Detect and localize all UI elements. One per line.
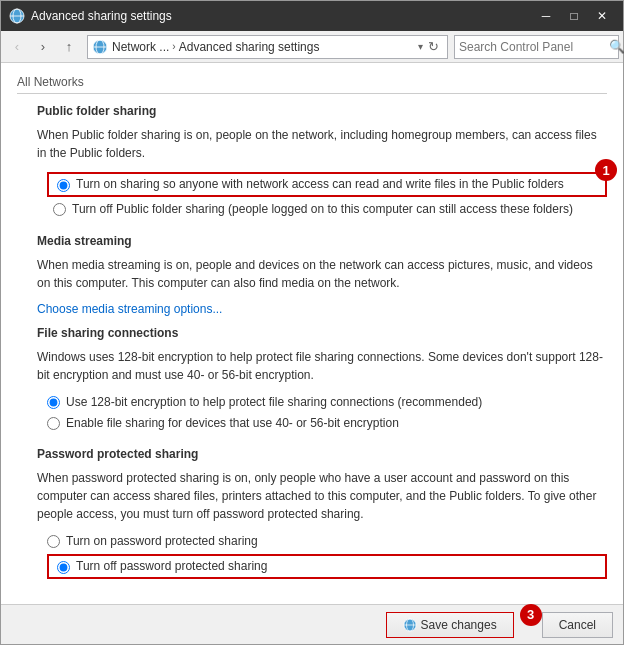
footer-bar: Save changes 3 Cancel: [1, 604, 623, 644]
public-folder-title: Public folder sharing: [37, 104, 607, 118]
all-networks-header: All Networks: [17, 75, 607, 94]
file-sharing-radio1[interactable]: [47, 396, 60, 409]
search-box: 🔍: [454, 35, 619, 59]
public-folder-description: When Public folder sharing is on, people…: [37, 126, 607, 162]
file-sharing-title: File sharing connections: [37, 326, 607, 340]
refresh-button[interactable]: ↻: [423, 37, 443, 57]
password-sharing-radio2[interactable]: [57, 561, 70, 574]
address-current: Advanced sharing settings: [179, 40, 320, 54]
back-button[interactable]: ‹: [5, 35, 29, 59]
password-sharing-label1[interactable]: Turn on password protected sharing: [66, 533, 258, 550]
save-button[interactable]: Save changes: [386, 612, 514, 638]
search-button[interactable]: 🔍: [609, 39, 624, 54]
media-streaming-link[interactable]: Choose media streaming options...: [37, 302, 607, 316]
address-bar: Network ... › Advanced sharing settings …: [87, 35, 448, 59]
address-network: Network ...: [112, 40, 169, 54]
password-sharing-title: Password protected sharing: [37, 447, 607, 461]
close-button[interactable]: ✕: [589, 5, 615, 27]
password-sharing-label2[interactable]: Turn off password protected sharing: [76, 559, 267, 573]
window-title: Advanced sharing settings: [31, 9, 533, 23]
file-sharing-radio2[interactable]: [47, 417, 60, 430]
up-button[interactable]: ↑: [57, 35, 81, 59]
public-folder-option2-container: Turn off Public folder sharing (people l…: [53, 201, 607, 218]
media-streaming-section: Media streaming When media streaming is …: [37, 234, 607, 316]
badge-1: 1: [595, 159, 617, 181]
password-sharing-option2-container: Turn off password protected sharing: [47, 554, 607, 579]
window-controls: ─ □ ✕: [533, 5, 615, 27]
file-sharing-option1-container: Use 128-bit encryption to help protect f…: [47, 394, 607, 411]
public-folder-radio1[interactable]: [57, 179, 70, 192]
badge-3: 3: [520, 604, 542, 626]
shield-save-icon: [403, 618, 417, 632]
maximize-button[interactable]: □: [561, 5, 587, 27]
address-separator: ›: [172, 41, 175, 52]
save-label: Save changes: [421, 618, 497, 632]
main-window: Advanced sharing settings ─ □ ✕ ‹ › ↑ Ne…: [0, 0, 624, 645]
public-folder-section: Public folder sharing When Public folder…: [37, 104, 607, 218]
file-sharing-label1[interactable]: Use 128-bit encryption to help protect f…: [66, 394, 482, 411]
title-bar: Advanced sharing settings ─ □ ✕: [1, 1, 623, 31]
forward-button[interactable]: ›: [31, 35, 55, 59]
file-sharing-option2-container: Enable file sharing for devices that use…: [47, 415, 607, 432]
password-sharing-radio1[interactable]: [47, 535, 60, 548]
cancel-button[interactable]: Cancel: [542, 612, 613, 638]
public-folder-label1[interactable]: Turn on sharing so anyone with network a…: [76, 177, 564, 191]
save-btn-container: Save changes 3: [386, 612, 514, 638]
file-sharing-description: Windows uses 128-bit encryption to help …: [37, 348, 607, 384]
media-streaming-description: When media streaming is on, people and d…: [37, 256, 607, 292]
file-sharing-section: File sharing connections Windows uses 12…: [37, 326, 607, 432]
public-folder-radio2[interactable]: [53, 203, 66, 216]
public-folder-label2[interactable]: Turn off Public folder sharing (people l…: [72, 201, 573, 218]
content-area: All Networks Public folder sharing When …: [1, 63, 623, 604]
network-icon: [92, 39, 108, 55]
minimize-button[interactable]: ─: [533, 5, 559, 27]
media-streaming-title: Media streaming: [37, 234, 607, 248]
password-sharing-option1-container: Turn on password protected sharing: [47, 533, 607, 550]
password-sharing-description: When password protected sharing is on, o…: [37, 469, 607, 523]
public-folder-option1-container: Turn on sharing so anyone with network a…: [47, 172, 607, 197]
toolbar: ‹ › ↑ Network ... › Advanced sharing set…: [1, 31, 623, 63]
search-input[interactable]: [459, 40, 609, 54]
file-sharing-label2[interactable]: Enable file sharing for devices that use…: [66, 415, 399, 432]
password-sharing-section: Password protected sharing When password…: [37, 447, 607, 579]
window-icon: [9, 8, 25, 24]
